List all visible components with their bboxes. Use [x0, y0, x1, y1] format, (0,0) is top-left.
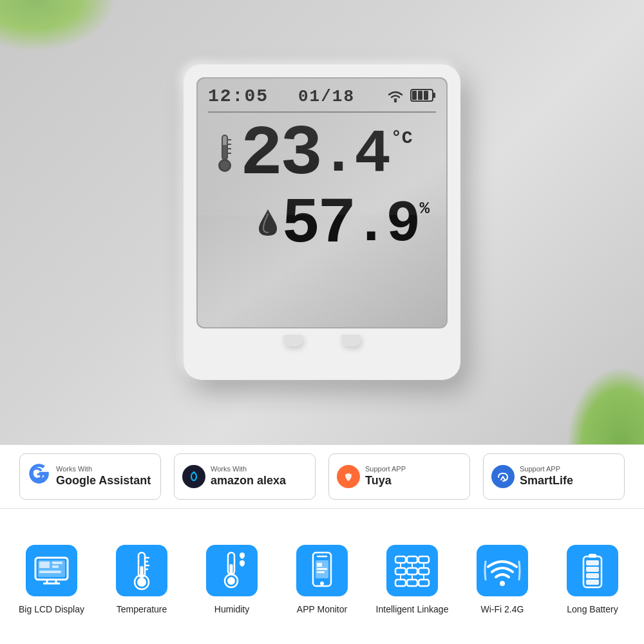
google-badge-text: Works With Google Assistant — [56, 465, 151, 489]
svg-rect-46 — [317, 563, 322, 567]
svg-rect-26 — [39, 562, 50, 568]
svg-rect-2 — [433, 93, 435, 98]
battery-icon-box — [567, 545, 618, 596]
alexa-works-with-label: Works With — [211, 465, 286, 473]
svg-rect-75 — [586, 573, 599, 578]
svg-rect-5 — [424, 91, 428, 100]
temperature-label: Temperature — [117, 604, 167, 614]
feature-humidity: Humidity — [193, 545, 270, 614]
svg-point-0 — [394, 99, 397, 102]
google-brand-name: Google Assistant — [56, 473, 151, 488]
smartlife-badge: Support APP SmartLife — [483, 453, 625, 500]
feature-temperature: Temperature — [103, 545, 180, 614]
humidity-icon-box — [206, 545, 258, 596]
svg-rect-55 — [395, 580, 406, 586]
feature-battery: Long Battery — [554, 545, 631, 614]
svg-rect-49 — [395, 556, 406, 563]
tuya-logo — [337, 465, 360, 488]
droplet-icon — [257, 208, 279, 242]
device-body: 12:05 01/18 — [184, 64, 460, 380]
alexa-badge: Works With amazon alexa — [174, 453, 316, 500]
svg-rect-39 — [230, 564, 233, 575]
device-foot-left — [283, 335, 303, 346]
svg-rect-27 — [52, 562, 62, 564]
tuya-brand-name: Tuya — [365, 473, 406, 488]
svg-rect-3 — [412, 91, 417, 100]
smartlife-logo — [491, 465, 515, 488]
compatibility-badge-row: G Works With Google Assistant Works With… — [0, 444, 644, 509]
wifi-status-icon — [384, 87, 406, 106]
svg-rect-76 — [586, 580, 599, 585]
svg-rect-72 — [589, 554, 596, 558]
humidity-value: 57 — [281, 193, 354, 257]
svg-point-45 — [320, 582, 324, 585]
linkage-icon-box — [386, 545, 438, 596]
lcd-icon-box — [26, 545, 77, 596]
feature-lcd: Big LCD Display — [13, 545, 90, 614]
screen-divider — [208, 111, 436, 113]
lcd-label: Big LCD Display — [19, 604, 84, 614]
svg-rect-57 — [419, 580, 429, 586]
linkage-label: Intelligent Linkage — [376, 604, 449, 614]
lcd-screen: 12:05 01/18 — [196, 77, 448, 328]
humidity-area: 57 .9 % — [208, 193, 436, 257]
svg-point-37 — [137, 578, 146, 587]
device-image-area: 12:05 01/18 — [0, 0, 644, 444]
svg-rect-74 — [586, 567, 599, 572]
status-icons — [384, 87, 436, 106]
humidity-label: Humidity — [214, 604, 249, 614]
temp-decimal: .4 — [320, 124, 388, 185]
google-works-with-label: Works With — [56, 465, 151, 473]
temp-unit: °C — [391, 128, 413, 148]
svg-rect-53 — [407, 568, 417, 574]
google-logo: G — [28, 462, 51, 491]
svg-rect-52 — [395, 568, 406, 574]
svg-rect-56 — [407, 580, 417, 586]
date-display: 01/18 — [298, 87, 355, 106]
svg-point-70 — [500, 581, 505, 586]
temperature-value: 23 — [240, 119, 320, 190]
app-label: APP Monitor — [297, 604, 347, 614]
feature-wifi: Wi-Fi 2.4G — [464, 545, 541, 614]
battery-status-icon — [410, 88, 436, 106]
plant-decoration-top — [0, 0, 116, 52]
temperature-icon-box — [116, 545, 167, 596]
wifi-label: Wi-Fi 2.4G — [481, 604, 524, 614]
feature-app: APP Monitor — [283, 545, 361, 614]
device-foot-right — [341, 335, 361, 346]
temperature-area: 23 .4 °C — [208, 119, 436, 190]
features-row: Big LCD Display Temperature — [0, 509, 644, 644]
alexa-brand-name: amazon alexa — [211, 473, 286, 488]
thermometer-icon — [214, 132, 235, 178]
google-assistant-badge: G Works With Google Assistant — [19, 453, 161, 500]
wifi-icon-box — [477, 545, 528, 596]
app-icon-box — [296, 545, 348, 596]
tuya-badge-text: Support APP Tuya — [365, 465, 406, 489]
tuya-support-label: Support APP — [365, 465, 406, 473]
alexa-logo — [182, 465, 205, 488]
tuya-badge: Support APP Tuya — [328, 453, 470, 500]
svg-rect-29 — [39, 571, 61, 573]
svg-point-41 — [227, 577, 235, 585]
battery-label: Long Battery — [567, 604, 618, 614]
smartlife-brand-name: SmartLife — [520, 473, 573, 488]
status-bar: 12:05 01/18 — [208, 86, 436, 106]
svg-rect-50 — [407, 556, 417, 563]
svg-rect-54 — [419, 568, 429, 574]
time-display: 12:05 — [208, 86, 269, 106]
smartlife-support-label: Support APP — [520, 465, 573, 473]
device-feet — [283, 335, 361, 346]
hum-decimal: .9 — [354, 196, 418, 254]
svg-point-10 — [220, 161, 229, 170]
alexa-badge-text: Works With amazon alexa — [211, 465, 286, 489]
svg-text:G: G — [30, 464, 44, 484]
svg-rect-28 — [52, 565, 59, 568]
svg-rect-4 — [418, 91, 422, 100]
smartlife-badge-text: Support APP SmartLife — [520, 465, 573, 489]
svg-rect-73 — [586, 560, 599, 565]
svg-rect-48 — [317, 571, 325, 573]
svg-rect-51 — [419, 556, 429, 563]
svg-rect-47 — [317, 568, 327, 570]
feature-linkage: Intelligent Linkage — [374, 545, 451, 614]
hum-unit: % — [419, 199, 430, 218]
